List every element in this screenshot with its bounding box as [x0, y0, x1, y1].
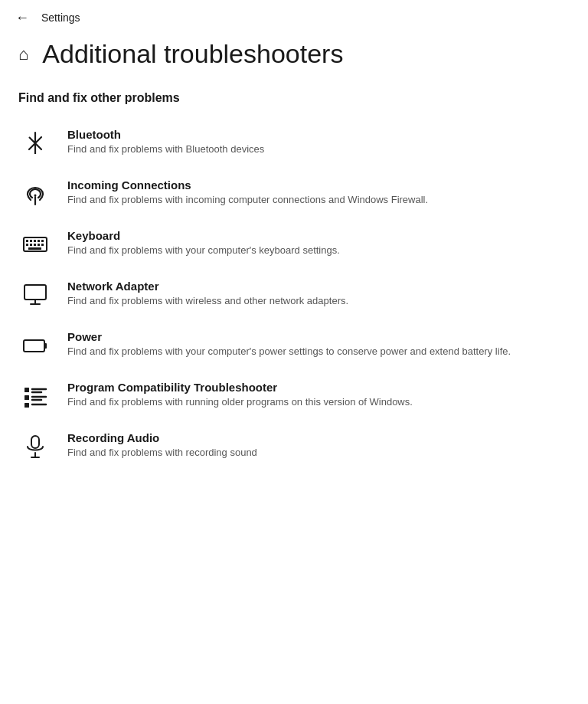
- network-adapter-title: Network Adapter: [67, 280, 570, 293]
- recording-audio-title: Recording Audio: [67, 431, 570, 444]
- power-text: Power Find and fix problems with your co…: [67, 330, 570, 359]
- power-desc: Find and fix problems with your computer…: [67, 345, 570, 359]
- recording-audio-icon-area: [18, 431, 52, 460]
- svg-rect-13: [28, 247, 41, 250]
- network-adapter-icon: [21, 281, 49, 309]
- recording-audio-desc: Find and fix problems with recording sou…: [67, 446, 570, 460]
- page-title-section: ⌂ Additional troubleshooters: [0, 32, 588, 76]
- svg-rect-11: [38, 244, 40, 246]
- keyboard-desc: Find and fix problems with your computer…: [67, 244, 570, 257]
- power-icon: [21, 332, 49, 359]
- keyboard-title: Keyboard: [67, 229, 570, 242]
- network-adapter-icon-area: [18, 280, 52, 309]
- settings-label: Settings: [41, 11, 80, 24]
- svg-rect-7: [41, 240, 44, 242]
- incoming-connections-icon: [21, 180, 49, 208]
- svg-rect-8: [26, 244, 28, 246]
- svg-rect-14: [24, 285, 46, 300]
- back-button[interactable]: ←: [15, 11, 29, 25]
- program-compatibility-icon-area: [18, 381, 52, 410]
- incoming-connections-desc: Find and fix problems with incoming comp…: [67, 193, 570, 207]
- program-compatibility-desc: Find and fix problems with running older…: [67, 395, 570, 409]
- troubleshooter-list: Bluetooth Find and fix problems with Blu…: [0, 111, 588, 477]
- svg-rect-4: [30, 240, 32, 242]
- svg-rect-27: [31, 436, 39, 448]
- troubleshooter-item-incoming-connections[interactable]: Incoming Connections Find and fix proble…: [0, 168, 588, 218]
- keyboard-icon: [21, 231, 49, 258]
- header-bar: ← Settings: [0, 0, 588, 32]
- bluetooth-text: Bluetooth Find and fix problems with Blu…: [67, 128, 570, 156]
- network-adapter-text: Network Adapter Find and fix problems wi…: [67, 280, 570, 308]
- keyboard-icon-area: [18, 229, 52, 258]
- svg-rect-17: [24, 340, 44, 352]
- incoming-connections-icon-area: [18, 178, 52, 208]
- recording-audio-text: Recording Audio Find and fix problems wi…: [67, 431, 570, 460]
- svg-rect-5: [34, 240, 36, 242]
- troubleshooter-item-program-compatibility[interactable]: Program Compatibility Troubleshooter Fin…: [0, 370, 588, 421]
- bluetooth-icon: [21, 129, 49, 157]
- incoming-connections-text: Incoming Connections Find and fix proble…: [67, 178, 570, 207]
- power-title: Power: [67, 330, 570, 343]
- svg-rect-3: [26, 240, 28, 242]
- svg-rect-19: [24, 388, 29, 392]
- home-icon: ⌂: [18, 46, 28, 63]
- recording-audio-icon: [21, 433, 49, 460]
- troubleshooter-item-power[interactable]: Power Find and fix problems with your co…: [0, 319, 588, 370]
- program-compatibility-icon: [21, 382, 49, 410]
- bluetooth-desc: Find and fix problems with Bluetooth dev…: [67, 142, 570, 156]
- bluetooth-icon-area: [18, 128, 52, 157]
- svg-rect-9: [30, 244, 32, 246]
- program-compatibility-title: Program Compatibility Troubleshooter: [67, 381, 570, 394]
- svg-rect-18: [44, 343, 47, 349]
- svg-rect-22: [24, 395, 29, 400]
- troubleshooter-item-bluetooth[interactable]: Bluetooth Find and fix problems with Blu…: [0, 117, 588, 168]
- section-heading: Find and fix other problems: [0, 76, 588, 111]
- page-title: Additional troubleshooters: [42, 40, 343, 68]
- troubleshooter-item-recording-audio[interactable]: Recording Audio Find and fix problems wi…: [0, 421, 588, 471]
- power-icon-area: [18, 330, 52, 359]
- program-compatibility-text: Program Compatibility Troubleshooter Fin…: [67, 381, 570, 409]
- bluetooth-title: Bluetooth: [67, 128, 570, 141]
- svg-rect-6: [38, 240, 40, 242]
- troubleshooter-item-keyboard[interactable]: Keyboard Find and fix problems with your…: [0, 218, 588, 269]
- svg-rect-25: [24, 403, 29, 408]
- incoming-connections-title: Incoming Connections: [67, 178, 570, 192]
- network-adapter-desc: Find and fix problems with wireless and …: [67, 294, 570, 308]
- troubleshooter-item-network-adapter[interactable]: Network Adapter Find and fix problems wi…: [0, 269, 588, 319]
- svg-rect-10: [34, 244, 36, 246]
- keyboard-text: Keyboard Find and fix problems with your…: [67, 229, 570, 257]
- svg-rect-12: [41, 244, 44, 246]
